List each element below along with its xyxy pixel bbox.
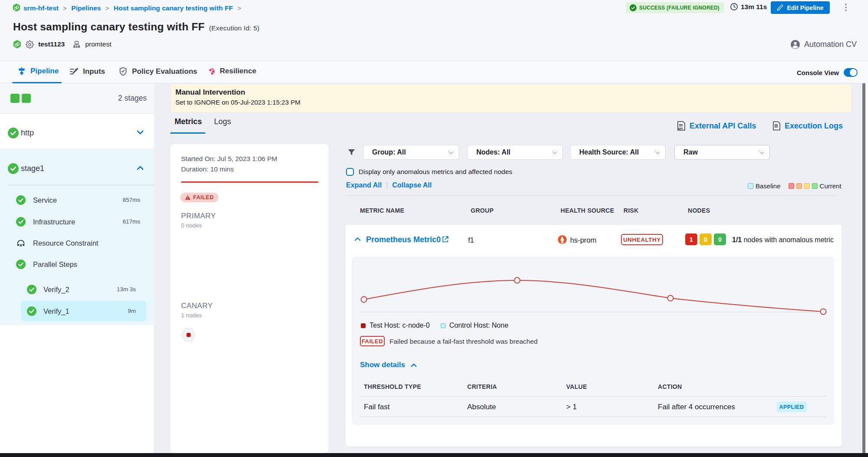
svg-text:API: API bbox=[678, 127, 683, 130]
